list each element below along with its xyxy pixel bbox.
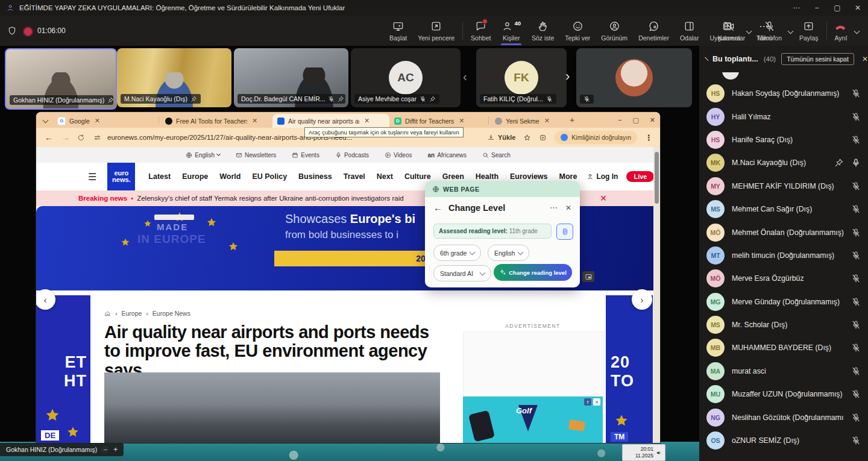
mute-all-button[interactable]: Tümünün sesini kapat [781,53,854,65]
panel-close-icon[interactable]: ✕ [862,55,868,63]
africanews-link[interactable]: anAfricanews [427,152,467,158]
mic-off-icon[interactable] [851,389,861,399]
popup-more-icon[interactable]: ⋯ [550,203,558,212]
nav-link[interactable]: Green [442,172,464,181]
verify-identity-button[interactable]: Kimliğinizi doğrulayın [555,131,637,144]
forward-icon[interactable]: → [61,133,70,142]
tab-google[interactable]: G Google ✕ [52,114,157,128]
tab-free-ai-tools[interactable]: Free AI Tools for Teachers and ✕ [160,114,272,128]
podcasts-link[interactable]: Podcasts [335,152,369,158]
load-button[interactable]: Yükle [487,134,515,142]
home-icon[interactable] [104,310,111,317]
participant-row[interactable]: MB MUHAMMED BAYDERE (Dış) [699,336,868,359]
mic-off-icon[interactable] [851,320,861,330]
right-ad-banner[interactable]: 20 TO TM [606,295,653,443]
tab-close-icon[interactable]: ✕ [544,117,550,125]
close-icon[interactable]: ✕ [848,0,868,16]
participant-row[interactable]: HS Hakan Soydaş (Doğrulanmamış) [699,82,868,105]
browser-maximize-icon[interactable]: ▢ [632,116,638,124]
extensions-icon[interactable] [539,134,547,142]
back-icon[interactable]: ← [45,133,53,142]
news-search[interactable]: Search [482,152,511,158]
participant-row[interactable]: HS Hanife Saraç (Dış) [699,128,868,151]
video-tile-fatih[interactable]: FK Fatih KILIÇ (Doğrul... [476,48,567,107]
react-button[interactable]: Tepki ver [559,16,596,45]
mic-button[interactable]: Mikrofon [752,16,787,45]
tab-close-icon[interactable]: ✕ [252,117,257,125]
tab-search-chevron-icon[interactable] [43,117,49,123]
participant-row[interactable]: MK M.Naci Kayaoğlu (Dış) [699,151,868,174]
mic-off-icon[interactable] [851,204,861,214]
newsletters-link[interactable]: Newsletters [236,152,276,158]
change-reading-level-button[interactable]: Change reading level [494,264,572,281]
participant-row[interactable]: MÖ Merve Esra Özgürbüz [699,267,868,290]
mic-off-icon[interactable] [851,436,861,445]
model-dropdown[interactable]: Standard AI [433,265,491,281]
leave-button[interactable]: Ayrıl [829,16,853,45]
minimize-icon[interactable]: − [807,0,827,16]
grade-dropdown[interactable]: 6th grade [433,245,481,261]
nav-link[interactable]: Next [377,172,393,181]
share-button[interactable]: Paylaş [794,16,824,45]
pip-overlay-icon[interactable] [582,271,594,282]
browser-close-icon[interactable]: ✕ [650,116,655,124]
zoom-in-icon[interactable]: + [113,445,118,454]
breaking-headline[interactable]: Zelenskyy's chief of staff Yermak resign… [137,195,403,202]
tab-new-tab[interactable]: Yeni Sekme ✕ [490,114,565,128]
camera-options-chevron-icon[interactable] [746,28,752,34]
new-window-button[interactable]: Yeni pencere [412,16,460,45]
raise-hand-button[interactable]: Söz iste [526,16,559,45]
nav-link[interactable]: World [219,172,241,181]
filmstrip-prev-icon[interactable]: ‹ [463,70,467,84]
left-ad-banner[interactable]: ET HT DE [36,295,90,443]
site-info-icon[interactable] [93,134,101,142]
live-button[interactable]: Live [626,171,654,182]
participant-row[interactable]: MY MEHMET AKİF YILDIRIM (Dış) [699,175,868,198]
nav-link[interactable]: EU Policy [252,172,287,181]
video-tile-badegul[interactable]: Doç.Dr. Badegül CAN EMİR... [234,48,348,107]
tab-close-icon[interactable]: ✕ [364,117,370,125]
speaker-icon[interactable] [656,450,662,456]
breadcrumb-europe-news[interactable]: Europe News [153,310,190,317]
mic-options-chevron-icon[interactable] [788,28,794,34]
scrollbar-thumb[interactable] [655,152,659,204]
page-scrollbar[interactable] [653,147,660,443]
mic-off-icon[interactable] [851,135,861,145]
start-button[interactable]: Başlat [384,16,412,45]
filmstrip-next-icon[interactable]: › [565,69,570,84]
carousel-next-button[interactable]: › [632,289,652,310]
participant-row[interactable]: MT melih timucin (Doğrulanmamış) [699,244,868,267]
tab-air-quality[interactable]: Air quality near airports and pa ✕ [272,114,389,128]
tab-close-icon[interactable]: ✕ [95,117,100,125]
mic-off-icon[interactable] [851,112,861,122]
nav-link[interactable]: Europe [182,172,208,181]
chat-button[interactable]: Sohbet [465,16,496,45]
browser-menu-icon[interactable]: ⋮ [645,133,653,142]
mic-off-icon[interactable] [851,251,861,260]
popup-close-icon[interactable]: ✕ [565,204,571,212]
nav-link[interactable]: More [559,172,577,181]
login-link[interactable]: Log In [587,172,618,181]
people-button[interactable]: 40 Kişiler [496,16,526,45]
participant-row[interactable]: MG Merve Günday (Doğrulanmamış) [699,290,868,313]
rooms-button[interactable]: Odalar [675,16,705,45]
nav-link[interactable]: Euroviews [510,172,548,181]
participant-row[interactable]: NG Neslihan Gözütok (Doğrulanmamış) [699,406,868,428]
participant-row[interactable]: MS Mehmet Can Sağır (Dış) [699,198,868,221]
nav-link[interactable]: Travel [344,172,365,181]
mic-off-icon[interactable] [851,297,861,307]
ad-close-icon[interactable]: ✕ [593,398,600,406]
tab-diffit[interactable]: D Diffit for Teachers ✕ [389,114,487,128]
language-dropdown[interactable]: English [488,245,529,261]
language-selector[interactable]: English [186,152,220,158]
mic-off-icon[interactable] [851,89,861,98]
hamburger-icon[interactable]: ☰ [88,171,96,183]
participant-row[interactable]: MU Muzaffer UZUN (Doğrulanmamış) [699,383,868,406]
video-tile-mnaci[interactable]: M.Naci Kayaoğlu (Dış) [117,48,231,107]
participant-row[interactable]: MA murat asci [699,360,868,383]
ad-social-icon[interactable]: f [584,398,591,406]
nav-link[interactable]: Latest [148,172,171,181]
video-tile-asiye[interactable]: AC Asiye Mevhibe coşar [351,48,461,107]
breaking-close-icon[interactable]: ✕ [600,193,607,203]
view-button[interactable]: Görünüm [596,16,633,45]
